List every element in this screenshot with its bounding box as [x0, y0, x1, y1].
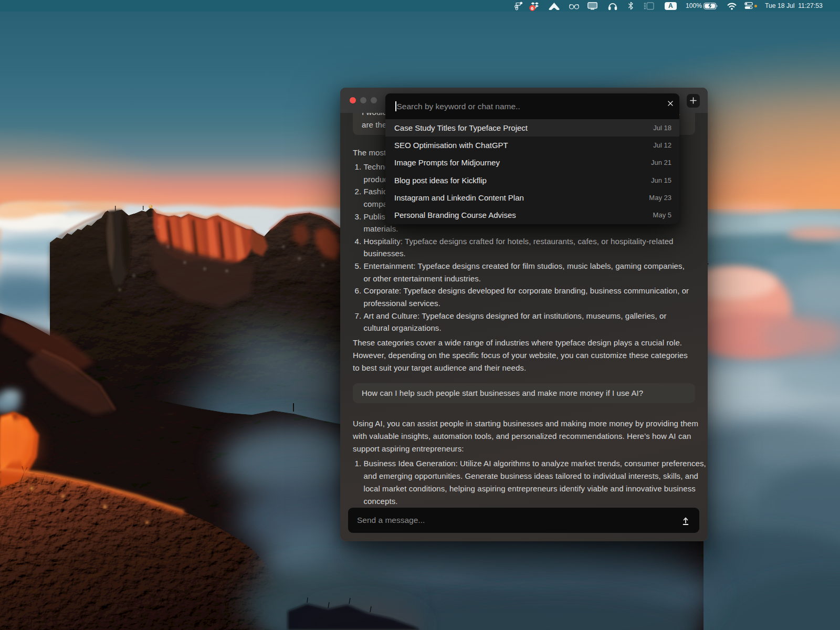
svg-text:6: 6	[531, 5, 533, 11]
